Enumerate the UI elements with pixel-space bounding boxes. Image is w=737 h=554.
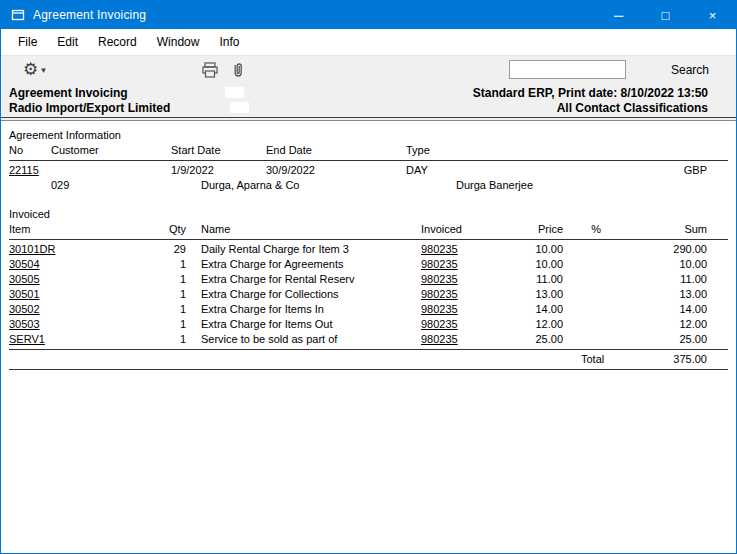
item-price: 11.00 xyxy=(481,272,563,287)
item-sum: 25.00 xyxy=(679,332,707,347)
invoiced-header-row: Item Qty Name Invoiced Price % Sum xyxy=(1,222,736,237)
item-code-link[interactable]: 30504 xyxy=(9,257,40,272)
agreement-section-title: Agreement Information xyxy=(1,128,736,143)
invoice-number-link[interactable]: 980235 xyxy=(421,242,458,257)
item-code-link[interactable]: 30101DR xyxy=(9,242,55,257)
table-row: SERV1 1 Service to be sold as part of 98… xyxy=(1,332,736,347)
table-row: 30101DR 29 Daily Rental Charge for Item … xyxy=(1,242,736,257)
item-name: Extra Charge for Rental Reserv xyxy=(201,272,354,287)
col-header-name: Name xyxy=(201,222,230,237)
item-name: Service to be sold as part of xyxy=(201,332,337,347)
agreement-start-date: 1/9/2022 xyxy=(171,163,214,178)
total-rule-bottom xyxy=(9,369,728,370)
item-sum: 12.00 xyxy=(679,317,707,332)
item-sum: 13.00 xyxy=(679,287,707,302)
item-sum: 11.00 xyxy=(680,272,707,287)
col-header-invoiced: Invoiced xyxy=(421,222,462,237)
item-qty: 1 xyxy=(131,302,186,317)
report-body: Agreement Information No Customer Start … xyxy=(1,121,736,370)
col-header-item: Item xyxy=(9,222,30,237)
report-meta-classifications: All Contact Classifications xyxy=(473,101,708,116)
invoiced-section-title: Invoiced xyxy=(1,207,736,222)
item-price: 13.00 xyxy=(481,287,563,302)
item-sum: 10.00 xyxy=(679,257,707,272)
menu-record[interactable]: Record xyxy=(88,29,147,55)
gear-menu-button[interactable]: ⚙ ▾ xyxy=(23,59,46,80)
menu-file[interactable]: File xyxy=(8,29,47,55)
attachment-button[interactable] xyxy=(229,61,247,83)
maximize-button[interactable]: □ xyxy=(642,1,689,29)
item-price: 12.00 xyxy=(481,317,563,332)
item-name: Extra Charge for Items In xyxy=(201,302,324,317)
agreement-currency: GBP xyxy=(684,163,707,178)
item-code-link[interactable]: SERV1 xyxy=(9,332,45,347)
item-name: Extra Charge for Items Out xyxy=(201,317,332,332)
customer-name: Durga, Aparna & Co xyxy=(201,178,299,193)
minimize-button[interactable]: ─ xyxy=(595,1,642,29)
col-header-end-date: End Date xyxy=(266,143,312,158)
item-name: Extra Charge for Collections xyxy=(201,287,339,302)
agreement-number-link[interactable]: 22115 xyxy=(9,163,39,178)
report-company: Radio Import/Export Limited xyxy=(9,101,170,116)
col-header-type: Type xyxy=(406,143,430,158)
menu-window[interactable]: Window xyxy=(147,29,210,55)
agreement-customer-row: 029 Durga, Aparna & Co Durga Banerjee xyxy=(1,178,736,193)
invoice-number-link[interactable]: 980235 xyxy=(421,317,458,332)
item-sum: 14.00 xyxy=(679,302,707,317)
printer-icon xyxy=(201,61,219,79)
col-header-qty: Qty xyxy=(131,222,186,237)
title-bar: Agreement Invoicing ─ □ × xyxy=(1,1,736,29)
customer-number: 029 xyxy=(51,178,69,193)
table-row: 30501 1 Extra Charge for Collections 980… xyxy=(1,287,736,302)
total-label: Total xyxy=(581,352,604,367)
item-code-link[interactable]: 30503 xyxy=(9,317,40,332)
item-code-link[interactable]: 30505 xyxy=(9,272,40,287)
window-controls: ─ □ × xyxy=(595,1,736,29)
report-header-left: Agreement Invoicing Radio Import/Export … xyxy=(9,86,170,116)
toolbar: ⚙ ▾ Search xyxy=(1,55,736,83)
total-rule-top xyxy=(9,349,728,350)
item-sum: 290.00 xyxy=(673,242,707,257)
invoice-number-link[interactable]: 980235 xyxy=(421,272,458,287)
col-header-sum: Sum xyxy=(684,222,707,237)
invoiced-header-rule xyxy=(9,239,728,240)
col-header-price: Price xyxy=(481,222,563,237)
header-field-box-1 xyxy=(225,87,244,98)
agreement-type: DAY xyxy=(406,163,428,178)
invoice-number-link[interactable]: 980235 xyxy=(421,332,458,347)
report-header: Agreement Invoicing Radio Import/Export … xyxy=(1,83,736,117)
gear-icon: ⚙ xyxy=(23,59,38,80)
report-title: Agreement Invoicing xyxy=(9,86,170,101)
search-label: Search xyxy=(671,63,709,77)
menu-info[interactable]: Info xyxy=(209,29,249,55)
print-button[interactable] xyxy=(201,61,219,83)
menu-bar: File Edit Record Window Info xyxy=(1,29,736,55)
item-qty: 1 xyxy=(131,257,186,272)
menu-edit[interactable]: Edit xyxy=(47,29,88,55)
col-header-start-date: Start Date xyxy=(171,143,221,158)
invoice-number-link[interactable]: 980235 xyxy=(421,302,458,317)
item-code-link[interactable]: 30501 xyxy=(9,287,40,302)
app-window: Agreement Invoicing ─ □ × File Edit Reco… xyxy=(0,0,737,554)
close-button[interactable]: × xyxy=(689,1,736,29)
report-header-right: Standard ERP, Print date: 8/10/2022 13:5… xyxy=(473,86,708,116)
item-price: 10.00 xyxy=(481,242,563,257)
item-qty: 1 xyxy=(131,272,186,287)
paperclip-icon xyxy=(229,61,247,79)
invoice-number-link[interactable]: 980235 xyxy=(421,257,458,272)
agreement-header-row: No Customer Start Date End Date Type xyxy=(1,143,736,158)
search-input[interactable] xyxy=(509,60,626,79)
table-row: 30505 1 Extra Charge for Rental Reserv 9… xyxy=(1,272,736,287)
item-price: 25.00 xyxy=(481,332,563,347)
total-row: Total 375.00 xyxy=(1,352,736,367)
agreement-header-rule xyxy=(9,160,728,161)
col-header-percent: % xyxy=(571,222,601,237)
section-gap xyxy=(1,193,736,207)
col-header-customer: Customer xyxy=(51,143,99,158)
item-name: Extra Charge for Agreements xyxy=(201,257,343,272)
agreement-end-date: 30/9/2022 xyxy=(266,163,315,178)
invoice-number-link[interactable]: 980235 xyxy=(421,287,458,302)
item-code-link[interactable]: 30502 xyxy=(9,302,40,317)
table-row: 30503 1 Extra Charge for Items Out 98023… xyxy=(1,317,736,332)
table-row: 30502 1 Extra Charge for Items In 980235… xyxy=(1,302,736,317)
